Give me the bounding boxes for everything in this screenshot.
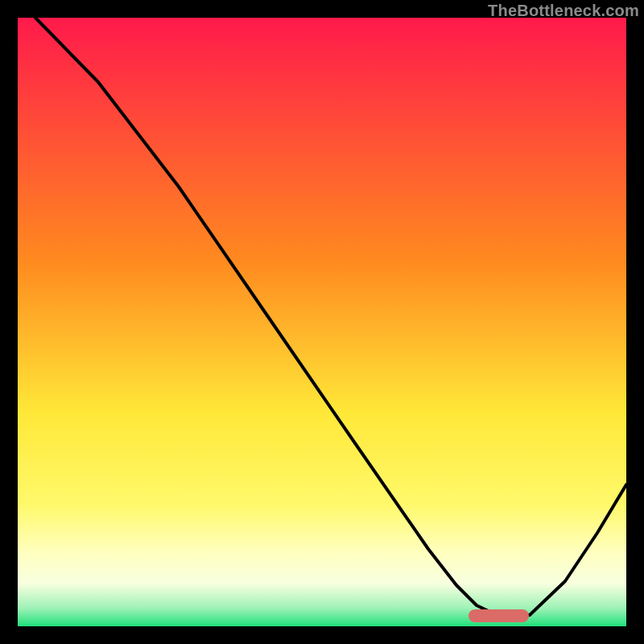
- chart-frame: [18, 18, 626, 626]
- watermark-text: TheBottleneck.com: [488, 2, 639, 20]
- gradient-background: [18, 18, 626, 626]
- bottleneck-chart: [18, 18, 626, 626]
- optimal-marker: [469, 609, 529, 622]
